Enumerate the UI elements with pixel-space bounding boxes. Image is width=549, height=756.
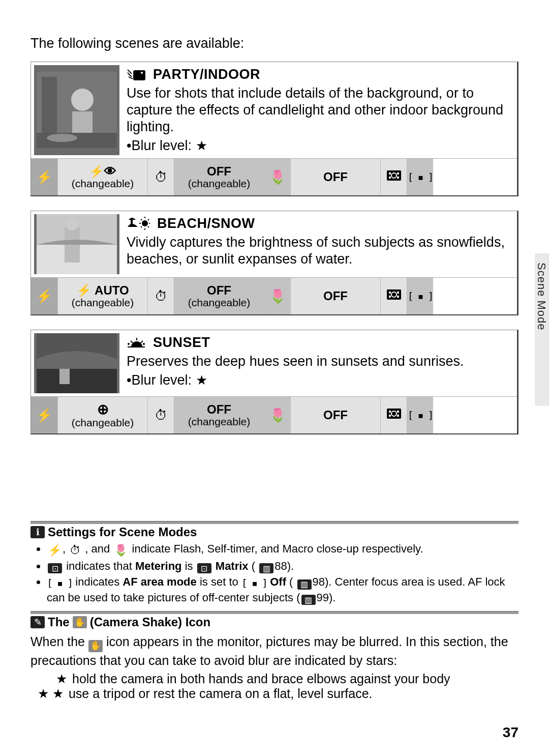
macro-icon: 🌷: [269, 170, 286, 184]
svg-rect-16: [389, 177, 391, 179]
camera-shake-icon: ✋: [88, 640, 103, 652]
svg-rect-12: [387, 170, 401, 181]
macro-value: OFF: [323, 289, 348, 303]
svg-point-6: [47, 134, 77, 142]
flash-sub: (changeable): [72, 417, 134, 429]
macro-value: OFF: [323, 408, 348, 422]
party-icon: [127, 68, 146, 85]
side-tab-label: Scene Mode: [535, 253, 548, 331]
metering-icon: [386, 170, 402, 184]
svg-rect-22: [131, 220, 133, 227]
shake-tip-2: use a tripod or rest the camera on a fla…: [69, 686, 373, 701]
shake-paragraph: When the ✋ icon appears in the monitor, …: [30, 633, 518, 668]
svg-line-30: [148, 226, 149, 227]
timer-value: OFF: [207, 283, 231, 298]
svg-rect-41: [59, 369, 70, 384]
flash-icon: ⚡: [36, 170, 52, 184]
flash-value: ⊕: [97, 401, 109, 418]
info-icon: ℹ: [30, 526, 45, 538]
metering-icon: ⊡: [197, 563, 211, 573]
page-ref-icon: ▥: [297, 579, 312, 590]
svg-rect-51: [397, 411, 399, 413]
svg-rect-37: [397, 296, 399, 298]
sunset-icon: [127, 336, 146, 353]
macro-value: OFF: [323, 170, 348, 184]
svg-rect-32: [387, 289, 401, 300]
star-double: ★ ★: [38, 686, 64, 701]
svg-rect-35: [397, 292, 399, 294]
svg-rect-5: [37, 133, 117, 148]
svg-rect-52: [389, 415, 391, 417]
shake-tip-1: hold the camera in both hands and brace …: [72, 672, 450, 686]
scene-thumbnail: [34, 214, 119, 274]
af-area-icon: [ ▪ ]: [407, 290, 433, 302]
scene-description: Use for shots that include details of th…: [127, 85, 503, 134]
scene-party-indoor: PARTY/INDOOR Use for shots that include …: [30, 62, 518, 196]
selftimer-icon: ⏱: [155, 289, 168, 303]
note-settings-list: ⚡, ⏱ , and 🌷 indicate Flash, Self-timer,…: [30, 541, 518, 605]
svg-point-47: [143, 343, 144, 344]
selftimer-icon: ⏱: [155, 409, 168, 422]
page-ref-icon: ▥: [259, 563, 273, 573]
svg-line-31: [141, 219, 142, 220]
af-area-icon: [ ▪ ]: [407, 171, 433, 183]
scene-thumbnail: [34, 65, 119, 155]
metering-icon: ⊡: [48, 563, 62, 573]
settings-row: ⚡ ⚡👁 (changeable) ⏱ OFF (changeable) 🌷 O…: [31, 158, 517, 195]
af-area-icon: [ ▪ ]: [47, 576, 72, 590]
page-number: 37: [503, 724, 518, 741]
flash-sub: (changeable): [72, 178, 134, 190]
svg-rect-39: [37, 369, 117, 393]
selftimer-icon: ⏱: [70, 543, 81, 558]
af-area-icon: [ ▪ ]: [407, 409, 433, 421]
scene-sunset: SUNSET Preserves the deep hues seen in s…: [30, 330, 518, 434]
svg-rect-2: [42, 77, 57, 138]
svg-rect-48: [387, 409, 401, 419]
svg-point-23: [142, 221, 147, 226]
scene-title: PARTY/INDOOR: [153, 67, 260, 82]
svg-line-44: [131, 341, 133, 343]
pencil-icon: ✎: [30, 616, 45, 628]
scene-title: SUNSET: [153, 335, 210, 350]
flash-value: ⚡👁: [89, 164, 116, 179]
scene-thumbnail: [34, 333, 119, 393]
blur-label: •Blur level:: [127, 138, 192, 153]
svg-point-3: [71, 89, 94, 111]
macro-icon: 🌷: [269, 409, 286, 422]
flash-value: ⚡ AUTO: [76, 283, 129, 298]
flash-icon: ⚡: [36, 409, 52, 422]
flash-icon: ⚡: [36, 289, 52, 303]
svg-rect-53: [397, 415, 399, 417]
scene-beach-snow: BEACH/SNOW Vividly captures the brightne…: [30, 211, 518, 315]
timer-value: OFF: [207, 164, 231, 179]
camera-shake-icon: ✋: [73, 616, 87, 628]
star-single: ★: [56, 672, 67, 686]
beach-snow-icon: [127, 217, 150, 234]
note-shake-title: ✎ The ✋ (Camera Shake) Icon: [30, 614, 518, 631]
macro-icon: 🌷: [269, 289, 286, 303]
scene-description: Vividly captures the brightness of such …: [127, 235, 505, 267]
af-area-icon: [ ▪ ]: [241, 576, 267, 590]
side-tab: Scene Mode: [535, 253, 549, 406]
svg-rect-34: [389, 292, 391, 294]
svg-point-46: [128, 343, 129, 344]
settings-row: ⚡ ⚡ AUTO (changeable) ⏱ OFF (changeable)…: [31, 277, 517, 314]
scene-description: Preserves the deep hues seen in sunsets …: [127, 354, 464, 369]
note-settings-title: ℹ Settings for Scene Modes: [30, 524, 518, 541]
blur-label: •Blur level:: [127, 372, 192, 388]
svg-point-11: [140, 71, 143, 74]
timer-value: OFF: [207, 402, 231, 417]
macro-icon: 🌷: [114, 543, 128, 558]
flash-sub: (changeable): [72, 297, 134, 309]
svg-line-29: [141, 226, 142, 227]
svg-rect-15: [397, 172, 399, 175]
svg-rect-36: [389, 296, 391, 298]
svg-line-28: [148, 219, 149, 220]
metering-icon: [386, 289, 402, 303]
flash-icon: ⚡: [48, 543, 62, 558]
settings-row: ⚡ ⊕ (changeable) ⏱ OFF (changeable) 🌷 OF…: [31, 396, 517, 433]
svg-line-9: [129, 77, 133, 79]
svg-point-21: [66, 218, 78, 230]
metering-icon: [386, 408, 402, 422]
blur-star: ★: [196, 138, 207, 153]
